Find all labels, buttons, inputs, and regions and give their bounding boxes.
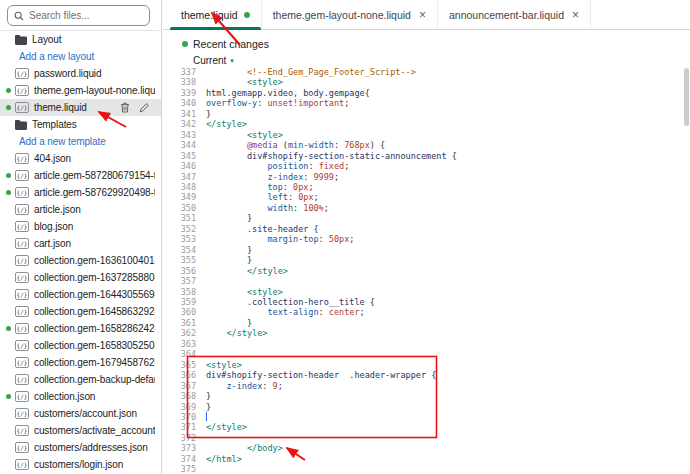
- code-line-348[interactable]: top: 0px;: [206, 182, 682, 192]
- file-search-box[interactable]: [7, 5, 150, 26]
- dot-slot: [6, 122, 11, 127]
- modified-dot: [6, 88, 11, 93]
- code-file-icon: {/}: [15, 306, 29, 317]
- code-file-icon: {/}: [15, 323, 29, 334]
- code-line-344[interactable]: @media (min-width: 768px) {: [206, 140, 682, 150]
- line-number: 356: [163, 266, 196, 276]
- pencil-icon[interactable]: [139, 102, 149, 113]
- code-line-354[interactable]: }: [206, 245, 682, 255]
- file-item-customers-account-json[interactable]: {/}customers/account.json: [0, 405, 161, 422]
- item-label: cart.json: [34, 238, 155, 249]
- file-item-article-gem-587280679154-temp[interactable]: {/}article.gem-587280679154-temp...: [0, 167, 161, 184]
- code-line-345[interactable]: div#shopify-section-static-announcement …: [206, 151, 682, 161]
- dot-slot: [6, 309, 11, 314]
- code-line-355[interactable]: }: [206, 255, 682, 265]
- folder-icon: [15, 120, 27, 130]
- file-item-article-gem-587629920498-temp[interactable]: {/}article.gem-587629920498-temp...: [0, 184, 161, 201]
- file-item-theme-liquid[interactable]: {/}theme.liquid: [0, 99, 161, 116]
- version-dropdown[interactable]: Current ▾: [193, 55, 234, 66]
- line-number: 351: [163, 213, 196, 223]
- code-line-341[interactable]: }: [206, 109, 682, 119]
- code-line-343[interactable]: <style>: [206, 130, 682, 140]
- file-item-collection-gem-1658305250-tem[interactable]: {/}collection.gem-1658305250-tem...: [0, 337, 161, 354]
- line-number: 343: [163, 130, 196, 140]
- code-line-371[interactable]: </style>: [206, 422, 682, 432]
- line-number: 346: [163, 161, 196, 171]
- code-line-370[interactable]: [206, 412, 682, 422]
- code-editor[interactable]: 3373383393403413423433443453463473483493…: [163, 66, 690, 474]
- code-line-364[interactable]: [206, 349, 682, 359]
- code-line-337[interactable]: <!--End_Gem_Page_Footer_Script-->: [206, 67, 682, 77]
- line-number: 344: [163, 140, 196, 150]
- code-line-340[interactable]: overflow-y: unset!important;: [206, 98, 682, 108]
- line-number: 362: [163, 328, 196, 338]
- code-line-368[interactable]: }: [206, 391, 682, 401]
- file-item-theme-gem-layout-none-liquid[interactable]: {/}theme.gem-layout-none.liquid: [0, 82, 161, 99]
- code-line-351[interactable]: }: [206, 213, 682, 223]
- code-line-347[interactable]: z-index: 9999;: [206, 172, 682, 182]
- code-line-372[interactable]: [206, 433, 682, 443]
- file-item-collection-gem-1644305569-tem[interactable]: {/}collection.gem-1644305569-tem...: [0, 286, 161, 303]
- file-item-collection-gem-1658286242-tem[interactable]: {/}collection.gem-1658286242-tem...: [0, 320, 161, 337]
- close-icon[interactable]: ×: [572, 9, 579, 21]
- file-item-customers-login-json[interactable]: {/}customers/login.json: [0, 456, 161, 473]
- code-line-358[interactable]: <style>: [206, 287, 682, 297]
- file-item-collection-gem-1637285880-tem[interactable]: {/}collection.gem-1637285880-tem...: [0, 269, 161, 286]
- code-line-339[interactable]: html.gemapp.video, body.gempage{: [206, 88, 682, 98]
- code-line-346[interactable]: position: fixed;: [206, 161, 682, 171]
- file-item-cart-json[interactable]: {/}cart.json: [0, 235, 161, 252]
- code-line-353[interactable]: margin-top: 50px;: [206, 234, 682, 244]
- dot-slot: [6, 360, 11, 365]
- sidebar-add-a-new-template[interactable]: Add a new template: [0, 133, 161, 150]
- code-line-366[interactable]: div#shopify-section-header .header-wrapp…: [206, 370, 682, 380]
- code-line-360[interactable]: text-align: center;: [206, 307, 682, 317]
- code-line-359[interactable]: .collection-hero__title {: [206, 297, 682, 307]
- code-line-363[interactable]: [206, 339, 682, 349]
- file-item-collection-gem-1679458762-tem[interactable]: {/}collection.gem-1679458762-tem...: [0, 354, 161, 371]
- scrollbar-thumb[interactable]: [684, 68, 689, 126]
- code-line-352[interactable]: .site-header {: [206, 224, 682, 234]
- code-line-342[interactable]: </style>: [206, 119, 682, 129]
- sidebar-folder-layout[interactable]: Layout: [0, 31, 161, 48]
- code-line-375[interactable]: [206, 464, 682, 474]
- file-actions: [120, 102, 155, 113]
- file-item-collection-gem-backup-default[interactable]: {/}collection.gem-backup-default...: [0, 371, 161, 388]
- search-icon: [14, 7, 24, 25]
- file-item-404-json[interactable]: {/}404.json: [0, 150, 161, 167]
- sidebar-add-a-new-layout[interactable]: Add a new layout: [0, 48, 161, 65]
- code-line-362[interactable]: </style>: [206, 328, 682, 338]
- code-file-icon: {/}: [15, 221, 29, 232]
- code-line-373[interactable]: </body>: [206, 443, 682, 453]
- file-item-collection-json[interactable]: {/}collection.json: [0, 388, 161, 405]
- code-line-357[interactable]: [206, 276, 682, 286]
- code-line-367[interactable]: z-index: 9;: [206, 381, 682, 391]
- file-item-collection-gem-1645863292-tem[interactable]: {/}collection.gem-1645863292-tem...: [0, 303, 161, 320]
- file-item-customers-activate-account-json[interactable]: {/}customers/activate_account.json: [0, 422, 161, 439]
- tab-bar: theme.liquidtheme.gem-layout-none.liquid…: [163, 0, 690, 30]
- code-area[interactable]: <!--End_Gem_Page_Footer_Script--> <style…: [206, 67, 682, 474]
- file-item-article-json[interactable]: {/}article.json: [0, 201, 161, 218]
- code-line-350[interactable]: width: 100%;: [206, 203, 682, 213]
- code-line-374[interactable]: </html>: [206, 454, 682, 464]
- code-line-365[interactable]: <style>: [206, 360, 682, 370]
- tab-announcement-bar-liquid[interactable]: announcement-bar.liquid×: [438, 0, 591, 29]
- dot-slot: [6, 207, 11, 212]
- code-line-338[interactable]: <style>: [206, 77, 682, 87]
- code-line-356[interactable]: </style>: [206, 266, 682, 276]
- file-item-collection-gem-1636100401-tem[interactable]: {/}collection.gem-1636100401-tem...: [0, 252, 161, 269]
- tab-theme-liquid[interactable]: theme.liquid: [170, 0, 262, 29]
- sidebar-folder-templates[interactable]: Templates: [0, 116, 161, 133]
- trash-icon[interactable]: [120, 102, 130, 113]
- code-line-369[interactable]: }: [206, 402, 682, 412]
- file-item-customers-addresses-json[interactable]: {/}customers/addresses.json: [0, 439, 161, 456]
- code-line-349[interactable]: left: 0px;: [206, 192, 682, 202]
- code-file-icon: {/}: [15, 340, 29, 351]
- line-number: 375: [163, 464, 196, 474]
- file-item-blog-json[interactable]: {/}blog.json: [0, 218, 161, 235]
- tab-theme-gem-layout-none-liquid[interactable]: theme.gem-layout-none.liquid×: [262, 0, 438, 29]
- file-item-password-liquid[interactable]: {/}password.liquid: [0, 65, 161, 82]
- search-input[interactable]: [29, 10, 143, 21]
- code-line-361[interactable]: }: [206, 318, 682, 328]
- close-icon[interactable]: ×: [419, 9, 426, 21]
- item-label: collection.gem-backup-default...: [34, 374, 155, 385]
